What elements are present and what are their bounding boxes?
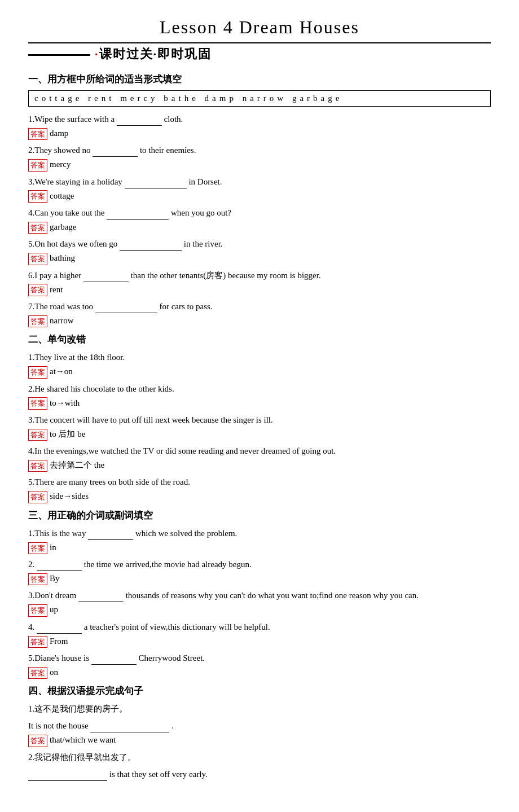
s1-q2-blank: [93, 148, 138, 157]
s3-q4-answer: 答案From: [28, 635, 491, 648]
s3-q5: 5.Diane's house is Cherrywood Street.: [28, 651, 491, 665]
s3-q1-text-after: which we solved the problem.: [135, 529, 237, 538]
s2-q2: 2.He shared his chocolate to the other k…: [28, 382, 491, 396]
s4-q1: It is not the house .: [28, 719, 491, 732]
s3-q3-text-before: 3.Don't dream: [28, 591, 76, 600]
s2-q1: 1.They live at the 18th floor.: [28, 350, 491, 364]
answer-badge: 答案: [28, 573, 47, 586]
s1-q7: 7.The road was too for cars to pass.: [28, 300, 491, 313]
s3-q4-blank: [37, 625, 82, 634]
s1-q3-blank: [125, 179, 187, 188]
s1-q7-text-before: 7.The road was too: [28, 302, 93, 311]
s3-q2-blank: [37, 562, 82, 571]
s1-q1: 1.Wipe the surface with a cloth.: [28, 112, 491, 126]
s1-q5-text-after: in the river.: [184, 239, 223, 248]
s1-q7-blank: [95, 304, 157, 313]
s1-q6: 6.I pay a higher than the other tenants(…: [28, 269, 491, 282]
section2: 二、单句改错 1.They live at the 18th floor. 答案…: [28, 333, 491, 503]
s1-q4: 4.Can you take out the when you go out?: [28, 206, 491, 220]
s2-q5: 5.There are many trees on both side of t…: [28, 475, 491, 489]
section3-heading: 三、用正确的介词或副词填空: [28, 509, 491, 522]
s3-q5-text-before: 5.Diane's house is: [28, 653, 89, 662]
s2-q1-answer: 答案at→on: [28, 365, 491, 378]
answer-badge: 答案: [28, 542, 47, 555]
s3-q5-text-after: Cherrywood Street.: [139, 653, 205, 662]
s1-q5: 5.On hot days we often go in the river.: [28, 237, 491, 251]
s1-q1-answer: 答案damp: [28, 127, 491, 140]
s1-q3-text-after: in Dorset.: [188, 177, 222, 186]
answer-badge: 答案: [28, 284, 47, 296]
word-box: cottage rent mercy bathe damp narrow gar…: [28, 90, 491, 107]
s3-q3-blank: [78, 593, 124, 602]
s3-q1: 1.This is the way which we solved the pr…: [28, 526, 491, 540]
answer-badge: 答案: [28, 315, 47, 328]
s3-q2: 2. the time we arrived,the movie had alr…: [28, 558, 491, 571]
answer-badge: 答案: [28, 128, 47, 141]
s1-q6-text-before: 6.I pay a higher: [28, 271, 81, 280]
answer-badge: 答案: [28, 491, 47, 503]
s1-q1-text-before: 1.Wipe the surface with a: [28, 115, 115, 124]
s1-q2-text-after: to their enemies.: [140, 146, 196, 155]
s1-q2-text-before: 2.They showed no: [28, 146, 90, 155]
answer-badge: 答案: [28, 636, 47, 648]
s2-q3-answer: 答案to 后加 be: [28, 428, 491, 441]
answer-badge: 答案: [28, 460, 47, 472]
s1-q6-answer: 答案rent: [28, 283, 491, 296]
s1-q7-answer: 答案narrow: [28, 314, 491, 327]
answer-badge: 答案: [28, 222, 47, 234]
s2-q4: 4.In the evenings,we watched the TV or d…: [28, 444, 491, 458]
subtitle-line: [28, 54, 90, 56]
s4-q2: is that they set off very early.: [28, 767, 491, 781]
s3-q1-text-before: 1.This is the way: [28, 529, 86, 538]
s4-q1-answer: 答案that/which we want: [28, 734, 491, 747]
answer-badge: 答案: [28, 667, 47, 679]
subtitle-bar: ·课时过关·即时巩固: [28, 42, 491, 63]
s2-q3: 3.The concert will have to put off till …: [28, 413, 491, 427]
answer-badge: 答案: [28, 190, 47, 203]
s3-q2-text-before: 2.: [28, 560, 34, 569]
s1-q1-blank: [117, 117, 162, 126]
page-title: Lesson 4 Dream Houses: [28, 17, 491, 38]
s2-q4-answer: 答案去掉第二个 the: [28, 459, 491, 472]
s1-q4-text-before: 4.Can you take out the: [28, 208, 104, 217]
section4: 四、根据汉语提示完成句子 1.这不是我们想要的房子。 It is not the…: [28, 684, 491, 780]
s1-q5-text-before: 5.On hot days we often go: [28, 239, 117, 248]
s3-q2-answer: 答案By: [28, 572, 491, 585]
s4-q1-chinese: 1.这不是我们想要的房子。: [28, 702, 491, 716]
s3-q2-text-after: the time we arrived,the movie had alread…: [84, 560, 252, 569]
subtitle-dot: ·: [95, 47, 99, 61]
s1-q3-text-before: 3.We're staying in a holiday: [28, 177, 122, 186]
s3-q3-answer: 答案up: [28, 603, 491, 616]
answer-badge: 答案: [28, 604, 47, 617]
s1-q5-blank: [120, 242, 182, 251]
s1-q1-text-after: cloth.: [164, 115, 183, 124]
s4-q1-blank: [90, 723, 169, 732]
s3-q3-text-after: thousands of reasons why you can't do wh…: [126, 591, 419, 600]
s1-q4-answer: 答案garbage: [28, 221, 491, 234]
s3-q4-text-after: a teacher's point of view,this dictionar…: [84, 622, 270, 631]
s3-q5-answer: 答案on: [28, 666, 491, 679]
s1-q6-text-after: than the other tenants(房客) because my ro…: [131, 271, 321, 280]
section2-heading: 二、单句改错: [28, 333, 491, 346]
s1-q4-blank: [107, 210, 169, 220]
section4-heading: 四、根据汉语提示完成句子: [28, 684, 491, 697]
s4-q1-text-before: It is not the house: [28, 721, 89, 730]
s4-q2-chinese: 2.我记得他们很早就出发了。: [28, 750, 491, 764]
s2-q2-answer: 答案to→with: [28, 397, 491, 410]
answer-badge: 答案: [28, 429, 47, 441]
s1-q7-text-after: for cars to pass.: [159, 302, 212, 311]
s3-q4: 4. a teacher's point of view,this dictio…: [28, 620, 491, 634]
answer-badge: 答案: [28, 366, 47, 379]
s4-q1-text-after: .: [171, 721, 174, 730]
answer-badge: 答案: [28, 159, 47, 172]
answer-badge: 答案: [28, 397, 47, 410]
answer-badge: 答案: [28, 735, 47, 747]
s3-q1-answer: 答案in: [28, 541, 491, 554]
s3-q4-text-before: 4.: [28, 622, 34, 631]
section1: 一、用方框中所给词的适当形式填空 cottage rent mercy bath…: [28, 73, 491, 327]
s3-q5-blank: [91, 656, 137, 665]
s1-q6-blank: [83, 273, 129, 282]
s3-q1-blank: [88, 531, 133, 540]
s1-q2: 2.They showed no to their enemies.: [28, 143, 491, 157]
s1-q3: 3.We're staying in a holiday in Dorset.: [28, 175, 491, 188]
